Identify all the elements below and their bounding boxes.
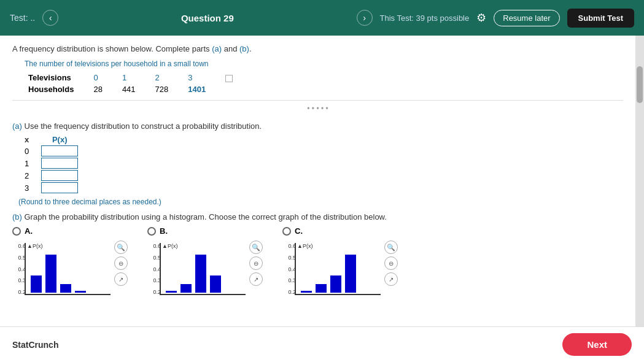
frequency-table: Televisions 0 1 2 3 Households 28 441 72… <box>18 72 242 95</box>
part-a-ref[interactable]: (a) <box>12 121 22 131</box>
px-input-2[interactable] <box>41 170 78 181</box>
note-text: The number of televisions per household … <box>25 60 209 68</box>
bar-b-0 <box>166 291 177 293</box>
px-input-1[interactable] <box>41 158 78 169</box>
resume-later-button[interactable]: Resume later <box>494 10 559 26</box>
graph-a-zoom-in[interactable]: 🔍 <box>114 241 128 254</box>
tv-header: Televisions <box>18 72 83 83</box>
next-question-button[interactable]: › <box>357 10 373 26</box>
bar-a-1 <box>45 255 56 293</box>
graph-a-ylabels: 0.6 0.5 0.4 0.3 0.2 <box>15 243 26 295</box>
graph-c-container: ▲P(x) 0.6 0.5 0.4 0.3 0.2 <box>282 238 399 299</box>
graph-c-inner: ▲P(x) 0.6 0.5 0.4 0.3 0.2 <box>295 243 381 295</box>
graph-c-expand[interactable]: ↗ <box>384 272 398 286</box>
part-b-description: (b) Graph the probability distribution u… <box>12 212 623 221</box>
bar-b-2 <box>195 255 206 293</box>
dist-row-1: 1 <box>18 157 84 169</box>
bar-c-2 <box>330 275 341 293</box>
part-b-link[interactable]: (b) <box>239 44 249 53</box>
test-label: Test: .. <box>10 13 35 23</box>
graph-b-zoom-in[interactable]: 🔍 <box>249 241 263 254</box>
header: Test: .. ‹ Question 29 › This Test: 39 p… <box>0 0 644 36</box>
option-c: C. ▲P(x) 0.6 0.5 0.4 0.3 0.2 <box>282 226 399 299</box>
problem-intro: A frequency distribution is shown below.… <box>12 44 623 53</box>
gear-button[interactable]: ⚙ <box>476 11 486 25</box>
graph-a-inner: ▲P(x) 0.6 0.5 0.4 0.3 0.2 <box>25 243 111 295</box>
x-value-3: 3 <box>18 182 35 194</box>
graph-a-icons: 🔍 ⊖ ↗ <box>114 241 128 286</box>
option-a: A. ▲P(x) 0.6 0.5 0.4 0.3 0.2 <box>12 226 129 299</box>
problem-note: The number of televisions per household … <box>25 60 623 68</box>
graph-b-icons: 🔍 ⊖ ↗ <box>249 241 263 286</box>
radio-c[interactable] <box>282 227 291 236</box>
bar-c-3 <box>345 255 356 293</box>
px-column-header: P(x) <box>35 134 84 145</box>
part-b-ref[interactable]: (b) <box>12 212 22 221</box>
graph-c-zoom-out[interactable]: ⊖ <box>384 256 398 270</box>
graph-b-zoom-out[interactable]: ⊖ <box>249 256 263 270</box>
content-area: A frequency distribution is shown below.… <box>0 36 635 362</box>
option-a-label: A. <box>25 226 33 236</box>
part-a-description: (a) Use the frequency distribution to co… <box>12 121 623 131</box>
option-b-label: B. <box>160 226 168 236</box>
scrollbar-thumb[interactable] <box>637 66 643 103</box>
px-input-3[interactable] <box>41 182 78 193</box>
part-a-link[interactable]: (a) <box>212 44 222 53</box>
distribution-table: x P(x) 0 1 2 3 <box>18 134 84 194</box>
divider-dots: • • • • • <box>12 100 623 117</box>
bar-a-0 <box>31 275 42 293</box>
graph-options: A. ▲P(x) 0.6 0.5 0.4 0.3 0.2 <box>12 226 623 299</box>
bar-b-1 <box>180 284 192 293</box>
graph-a-zoom-out[interactable]: ⊖ <box>114 256 128 270</box>
px-input-0[interactable] <box>41 145 78 156</box>
radio-a[interactable] <box>12 227 21 236</box>
bar-c-0 <box>301 291 312 293</box>
prev-question-button[interactable]: ‹ <box>42 10 58 26</box>
main-area: A frequency distribution is shown below.… <box>0 36 644 362</box>
question-title: Question 29 <box>66 13 349 23</box>
graph-a-container: ▲P(x) 0.6 0.5 0.4 0.3 0.2 <box>12 238 129 299</box>
dist-row-0: 0 <box>18 145 84 157</box>
statcrunch-label: StatCrunch <box>12 340 58 350</box>
dist-row-2: 2 <box>18 169 84 182</box>
x-value-2: 2 <box>18 169 35 182</box>
graph-b-ylabels: 0.6 0.5 0.4 0.3 0.2 <box>150 243 161 295</box>
next-button[interactable]: Next <box>562 333 632 356</box>
expand-icon <box>225 75 233 82</box>
graph-c-bars <box>298 247 359 293</box>
graph-b-inner: ▲P(x) 0.6 0.5 0.4 0.3 0.2 <box>160 243 246 295</box>
dist-row-3: 3 <box>18 182 84 194</box>
households-header: Households <box>18 83 83 95</box>
graph-a-bars <box>28 247 88 293</box>
radio-b[interactable] <box>147 227 156 236</box>
graph-b-expand[interactable]: ↗ <box>249 272 263 286</box>
bar-a-2 <box>60 284 71 293</box>
graph-c-ylabels: 0.6 0.5 0.4 0.3 0.2 <box>285 243 296 295</box>
graph-c-icons: 🔍 ⊖ ↗ <box>384 241 398 286</box>
submit-test-button[interactable]: Submit Test <box>567 9 634 28</box>
x-value-1: 1 <box>18 157 35 169</box>
footer: StatCrunch Next <box>0 326 644 362</box>
x-value-0: 0 <box>18 145 35 157</box>
scrollbar-track[interactable] <box>635 36 644 362</box>
round-note: (Round to three decimal places as needed… <box>18 198 623 206</box>
graph-b-container: ▲P(x) 0.6 0.5 0.4 0.3 0.2 <box>147 238 264 299</box>
x-column-header: x <box>18 134 35 145</box>
bar-a-3 <box>75 291 86 293</box>
graph-b-bars <box>163 247 223 293</box>
option-c-label: C. <box>295 226 303 236</box>
bar-b-3 <box>210 275 221 293</box>
graph-c-zoom-in[interactable]: 🔍 <box>384 241 398 254</box>
bar-c-1 <box>316 284 327 293</box>
score-label: This Test: 39 pts possible <box>380 13 470 23</box>
option-b: B. ▲P(x) 0.6 0.5 0.4 0.3 0.2 <box>147 226 264 299</box>
graph-a-expand[interactable]: ↗ <box>114 272 128 286</box>
